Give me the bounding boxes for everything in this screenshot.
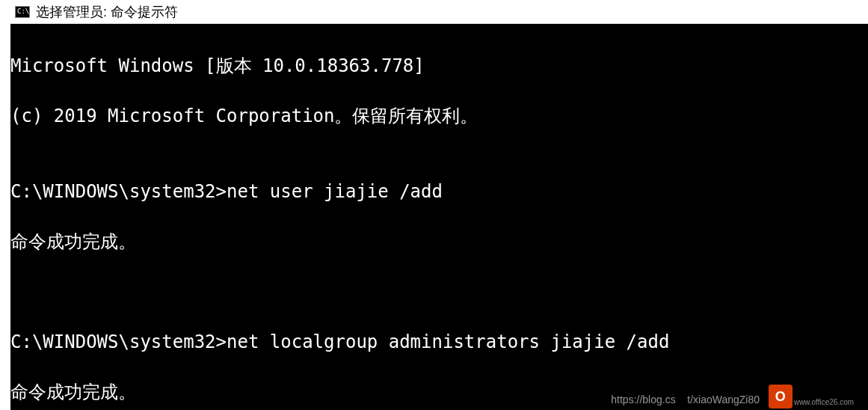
terminal-line: 命令成功完成。 [10, 230, 868, 255]
window-title-bar[interactable]: C:\ 选择管理员: 命令提示符 [10, 0, 868, 24]
terminal-line: (c) 2019 Microsoft Corporation。保留所有权利。 [10, 104, 868, 129]
watermark-logo: O Office教程网 www.office26.com [769, 385, 864, 409]
window-title: 选择管理员: 命令提示符 [36, 3, 178, 21]
terminal-output-area[interactable]: Microsoft Windows [版本 10.0.18363.778] (c… [10, 24, 868, 410]
terminal-line: C:\WINDOWS\system32>net user jiajie /add [10, 180, 868, 205]
office-logo-icon: O [769, 385, 792, 409]
cmd-prompt-icon: C:\ [15, 6, 30, 18]
watermark-sub: www.office26.com [794, 399, 864, 406]
terminal-line: Microsoft Windows [版本 10.0.18363.778] [10, 54, 868, 79]
background-page-edge [0, 0, 10, 410]
terminal-line: C:\WINDOWS\system32>net localgroup admin… [10, 330, 868, 355]
watermark-url: https://blog.cs t/xiaoWangZi80 [611, 394, 760, 406]
watermark-brand: Office教程网 [794, 387, 864, 399]
